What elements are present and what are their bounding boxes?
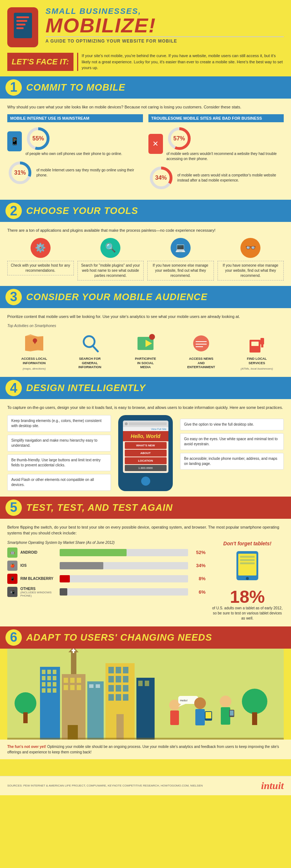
svg-rect-94 [7,738,284,740]
section-3-number: 3 [5,289,22,305]
stat1-pct: 55% [32,135,44,142]
activity-1-label: ACCESS LOCALINFORMATION [21,357,47,365]
search-icon [79,333,101,354]
section-1-columns: MOBILE INTERNET USE IS MAINSTREAM 📱 55% … [7,114,284,194]
activity-3-label: PARTICIPATEIN SOCIALMEDIA [135,357,156,370]
section-1-body: Why should you care what your site looks… [0,99,291,200]
col1-title: MOBILE INTERNET USE IS MAINSTREAM [7,114,143,122]
url-bar [129,422,167,425]
os-row-bb: 📱 RIM BLACKBERRY 8% [7,574,206,584]
donut-55: 55% [25,126,51,151]
tool-2-icon: 🔍 [100,238,120,258]
svg-rect-41 [42,682,45,686]
section-3-intro: Prioritize content that mobile users wil… [7,314,284,320]
svg-rect-72 [108,694,114,701]
activity-1-icon [23,331,46,355]
svg-rect-52 [64,678,68,683]
section-4-number: 4 [5,380,22,396]
section-5-intro: Before flipping the switch, do your best… [7,524,284,536]
test-layout: Smartphone Operating System by Market Sh… [7,541,284,621]
page-header: Small Businesses, MOBILIZE! A Guide to O… [0,0,291,76]
bb-bar-fill [60,575,70,582]
col2-title: TROUBLESOME MOBILE SITES ARE BAD FOR BUS… [148,114,284,122]
donut-57: 57% [167,126,192,151]
android-bar-fill [60,549,127,556]
svg-rect-87 [206,712,211,718]
intro-text: If your site's not mobile, you're behind… [77,53,284,71]
svg-rect-78 [145,681,149,686]
section-6-body: Hello! The fun's not over yet [0,649,291,776]
activity-2: SEARCH FORGENERALINFORMATION [63,331,117,371]
svg-rect-53 [70,678,75,683]
phone-hello-world: Hello, World [123,431,168,441]
header-text-block: Small Businesses, MOBILIZE! A Guide to O… [45,7,284,44]
tip-left-1: Keep branding elements (e.g., colors, th… [7,415,111,432]
svg-rect-45 [47,688,51,693]
svg-rect-43 [53,682,56,686]
tablet-pct: 18% [211,588,284,606]
section-3-title: CONSIDER YOUR MOBILE AUDIENCE [26,291,208,303]
os-row-others: 📲 OTHERS (includes Windows Phone) 6% [7,587,206,597]
svg-rect-29 [240,559,255,561]
phone-body: View Full Site Hello, World WHAT'S NEW A… [118,415,173,491]
svg-rect-68 [123,676,128,682]
bb-bar-track [60,575,188,582]
header-title-big: MOBILIZE! [45,15,284,36]
social-media-icon [135,333,156,354]
svg-rect-67 [116,676,121,682]
activity-5-label: FIND LOCALSERVICES [247,357,267,365]
donut-34: 34% [148,165,174,191]
svg-point-88 [220,696,231,707]
svg-rect-57 [77,685,81,690]
svg-rect-22 [251,342,259,346]
phone-good-icon: 📱 [7,131,22,151]
tip-left-3: Be thumb-friendly. Use large buttons and… [7,454,111,471]
section-3-header: 3 CONSIDER YOUR MOBILE AUDIENCE [0,286,291,308]
intro-bar: LET'S FACE IT: If your site's not mobile… [0,51,291,76]
activity-1: ACCESS LOCALINFORMATION (maps, direction… [7,331,61,371]
section-6-number: 6 [5,629,22,646]
tool-4-icon: 👓 [240,238,260,258]
svg-rect-28 [240,556,255,558]
phone-home-button[interactable] [141,477,150,486]
activity-4-icon [190,331,213,355]
tool-2: 🔍 Search for "mobile plugins" and your w… [77,238,144,280]
activity-4-label: ACCESS NEWSANDENTERTAINMENT [187,357,215,370]
tool-3-icon: 💻 [171,238,191,258]
section-2: 2 CHOOSE YOUR TOOLS There are a ton of a… [0,200,291,286]
section-5-number: 5 [5,499,22,516]
svg-rect-60 [89,684,93,688]
svg-rect-58 [68,725,78,740]
s6-footer-body: Optimizing your mobile site should be an… [7,745,279,754]
svg-rect-33 [23,712,28,723]
others-bar-track [60,588,188,596]
svg-rect-37 [53,670,56,674]
svg-rect-30 [240,562,255,564]
phone-line-4 [16,27,24,29]
tool-2-text: Search for "mobile plugins" and your web… [77,261,144,280]
stat1-text: of people who own cell phones use their … [25,151,122,156]
phone-browser-bar [123,421,168,427]
activities-title: Top Activities on Smartphones [7,324,284,328]
phone-btn-number[interactable]: 1.800.6666 [125,465,167,471]
tool-4-text: If you have someone else manage your web… [218,261,284,280]
section-2-title: CHOOSE YOUR TOOLS [26,205,138,216]
tip-right-1: Give the option to view the full desktop… [180,419,284,430]
svg-rect-63 [108,667,114,673]
phone-screen: View Full Site Hello, World WHAT'S NEW A… [123,421,168,473]
tools-row: ⚙️ Check with your website host for any … [7,238,284,280]
stat2-text: of mobile Internet users say they mostly… [36,168,143,178]
svg-rect-64 [116,667,121,673]
city-illustration: Hello! [0,649,291,740]
section-6-header: 6 ADAPT TO USERS' CHANGING NEEDS [0,626,291,649]
others-label: OTHERS (includes Windows Phone) [20,587,57,597]
svg-rect-85 [195,709,205,725]
design-tips-left: Keep branding elements (e.g., colors, th… [7,415,111,491]
section-5-title: TEST, TEST, AND TEST AGAIN [26,502,173,513]
activity-2-label: SEARCH FORGENERALINFORMATION [79,357,101,370]
stat3-content: 57% of mobile web users wouldn't recomme… [167,126,284,162]
view-full-link[interactable]: View Full Site [123,427,168,431]
phone-line-1 [16,16,29,18]
stat4-text: of mobile web users would visit a compet… [178,173,284,183]
activity-3: PARTICIPATEIN SOCIALMEDIA [119,331,172,371]
